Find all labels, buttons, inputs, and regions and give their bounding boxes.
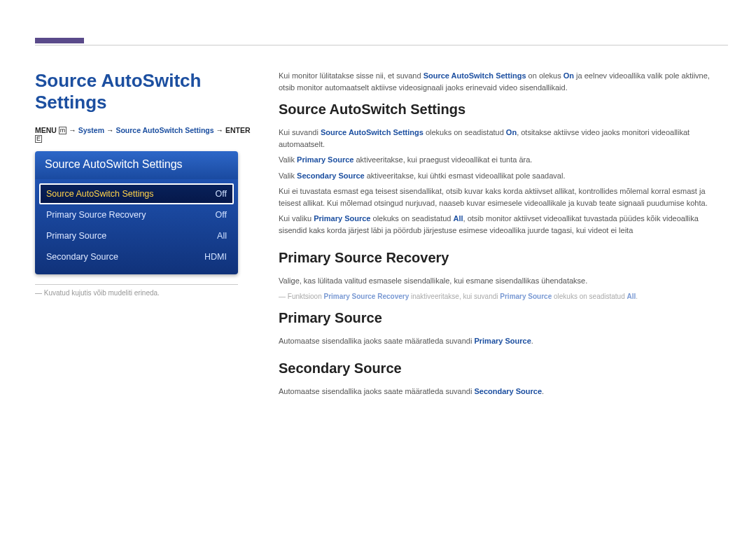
footnote-text: Kuvatud kujutis võib mudeliti erineda. [44, 289, 160, 297]
ps-p1: Automaatse sisendallika jaoks saate määr… [279, 335, 728, 347]
text: on olekus [526, 71, 564, 80]
osd-row-secondary-source[interactable]: Secondary Source HDMI [39, 246, 234, 267]
osd-row-source-autoswitch[interactable]: Source AutoSwitch Settings Off [39, 183, 234, 204]
term-primary-source: Primary Source [314, 214, 370, 223]
sas-p3: Valik Secondary Source aktiveeritakse, k… [279, 170, 728, 182]
heading-sas: Source AutoSwitch Settings [279, 99, 728, 120]
osd-body: Source AutoSwitch Settings Off Primary S… [35, 179, 238, 274]
text: Valik [279, 155, 297, 164]
term-all: All [627, 293, 636, 300]
footnote-dash: ― [35, 289, 42, 297]
right-column: Kui monitor lülitatakse sisse nii, et su… [279, 70, 728, 402]
sas-p4: Kui ei tuvastata esmast ega teisest sise… [279, 185, 728, 209]
breadcrumb-enter: ENTER [225, 126, 251, 134]
text: inaktiveeritakse, kui suvandi [409, 293, 500, 300]
sas-p2: Valik Primary Source aktiveeritakse, kui… [279, 154, 728, 166]
header-rule [35, 45, 728, 45]
term-on: On [564, 71, 574, 80]
text: Automaatse sisendallika jaoks saate määr… [279, 337, 474, 345]
intro-paragraph: Kui monitor lülitatakse sisse nii, et su… [279, 70, 728, 93]
term-primary-source: Primary Source [500, 293, 552, 300]
heading-ps: Primary Source [279, 307, 728, 328]
osd-row-label: Primary Source Recovery [46, 210, 146, 220]
term-secondary-source: Secondary Source [474, 387, 542, 395]
text: Automaatse sisendallika jaoks saate määr… [279, 387, 474, 395]
heading-ss: Secondary Source [279, 358, 728, 379]
heading-psr: Primary Source Recovery [279, 247, 728, 268]
text: olekuks on seadistatud [552, 293, 626, 300]
sas-p5: Kui valiku Primary Source olekuks on sea… [279, 213, 728, 236]
left-divider [35, 284, 238, 285]
breadcrumb-item: Source AutoSwitch Settings [115, 126, 214, 134]
text: aktiveeritakse, kui praegust videoallika… [354, 155, 532, 164]
text: Kui valiku [279, 214, 314, 223]
osd-row-value: HDMI [204, 252, 227, 262]
breadcrumb-system: System [78, 126, 104, 134]
text: aktiveeritakse, kui ühtki esmast videoal… [365, 171, 566, 180]
enter-icon: E [35, 135, 42, 143]
breadcrumb-arrow-3: → [216, 126, 225, 134]
osd-row-value: Off [216, 210, 227, 220]
term-on: On [506, 128, 517, 136]
text: olekuks on seadistatud [370, 214, 453, 223]
text: olekuks on seadistatud [424, 128, 506, 136]
term-primary-source: Primary Source [297, 155, 354, 164]
osd-row-label: Primary Source [46, 231, 106, 241]
psr-note: Funktsioon Primary Source Recovery inakt… [279, 291, 728, 302]
sas-p1: Kui suvandi Source AutoSwitch Settings o… [279, 127, 728, 150]
page-title: Source AutoSwitch Settings [35, 70, 259, 113]
text: Kui suvandi [279, 128, 321, 136]
header-accent [35, 38, 84, 43]
breadcrumb-menu: MENU [35, 126, 57, 134]
breadcrumb: MENU m → System → Source AutoSwitch Sett… [35, 126, 259, 143]
osd-row-primary-recovery[interactable]: Primary Source Recovery Off [39, 204, 234, 225]
text: . [542, 387, 544, 395]
term-all: All [454, 214, 463, 223]
text: . [636, 293, 638, 300]
osd-header: Source AutoSwitch Settings [35, 151, 238, 179]
osd-row-label: Source AutoSwitch Settings [46, 189, 154, 199]
osd-row-primary-source[interactable]: Primary Source All [39, 225, 234, 246]
osd-panel: Source AutoSwitch Settings Source AutoSw… [35, 151, 238, 274]
breadcrumb-arrow-1: → [69, 126, 78, 134]
term-psr: Primary Source Recovery [323, 293, 409, 300]
term-primary-source: Primary Source [474, 337, 531, 345]
text: Valik [279, 171, 297, 180]
text: . [531, 337, 533, 345]
term-sas: Source AutoSwitch Settings [424, 71, 526, 80]
osd-row-value: Off [216, 189, 227, 199]
text: Funktsioon [288, 293, 324, 300]
osd-row-label: Secondary Source [46, 252, 118, 262]
ss-p1: Automaatse sisendallika jaoks saate määr… [279, 386, 728, 398]
left-column: Source AutoSwitch Settings MENU m → Syst… [35, 70, 259, 402]
breadcrumb-arrow-2: → [106, 126, 115, 134]
menu-icon: m [59, 127, 67, 134]
text: Kui monitor lülitatakse sisse nii, et su… [279, 71, 424, 80]
osd-row-value: All [217, 231, 227, 241]
term-sas: Source AutoSwitch Settings [321, 128, 424, 136]
term-secondary-source: Secondary Source [297, 171, 365, 180]
psr-p1: Valige, kas lülitada valitud esmasele si… [279, 275, 728, 287]
footnote: ― Kuvatud kujutis võib mudeliti erineda. [35, 289, 259, 297]
page-content: Source AutoSwitch Settings MENU m → Syst… [0, 0, 756, 430]
